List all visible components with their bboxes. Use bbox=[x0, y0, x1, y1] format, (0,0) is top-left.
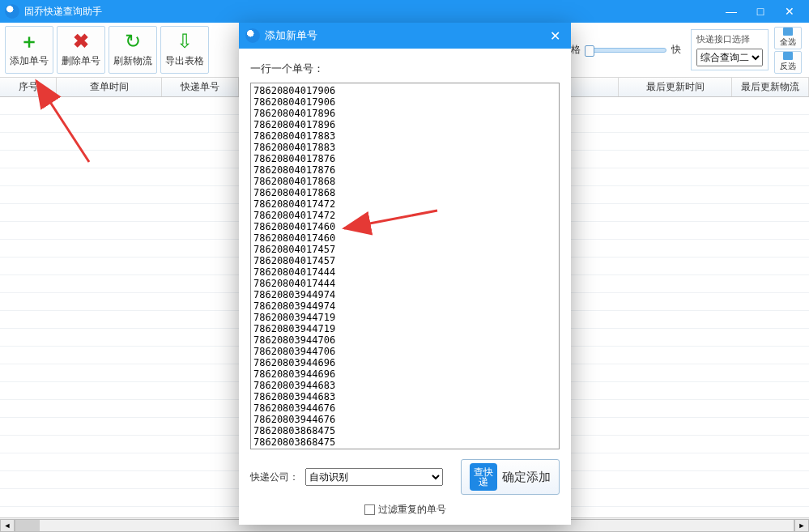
filter-dup-checkbox[interactable] bbox=[364, 504, 375, 515]
app-icon bbox=[5, 4, 19, 19]
dialog-icon bbox=[245, 28, 260, 43]
invert-selection-button[interactable]: 反选 bbox=[774, 51, 802, 74]
dialog-close-button[interactable]: ✕ bbox=[545, 26, 564, 45]
col-seq[interactable]: 序号 bbox=[0, 78, 57, 96]
add-number-dialog: 添加新单号 ✕ 一行一个单号： 快递公司： 自动识别 查快递 确定添加 过滤重复… bbox=[239, 23, 571, 525]
api-group-title: 快递接口选择 bbox=[696, 33, 763, 45]
export-icon: ⇩ bbox=[177, 32, 193, 51]
svg-rect-1 bbox=[783, 52, 793, 60]
invert-icon bbox=[783, 52, 793, 60]
x-icon: ✖ bbox=[73, 32, 89, 51]
col-time[interactable]: 查单时间 bbox=[57, 78, 162, 96]
api-select[interactable]: 综合查询二 bbox=[696, 49, 763, 66]
maximize-button[interactable]: □ bbox=[746, 0, 775, 23]
search-express-icon: 查快递 bbox=[470, 463, 497, 491]
plus-icon: ＋ bbox=[19, 32, 39, 51]
export-label: 导出表格 bbox=[165, 54, 204, 68]
col-tracking[interactable]: 快递单号 bbox=[162, 78, 239, 96]
col-lastmsg[interactable]: 最后更新物流 bbox=[732, 78, 809, 96]
close-button[interactable]: ✕ bbox=[775, 0, 804, 23]
export-button[interactable]: ⇩ 导出表格 bbox=[160, 26, 209, 74]
company-label: 快递公司： bbox=[250, 470, 299, 484]
delete-number-button[interactable]: ✖ 删除单号 bbox=[57, 26, 105, 74]
dialog-hint: 一行一个单号： bbox=[250, 62, 560, 76]
dialog-titlebar: 添加新单号 ✕ bbox=[239, 23, 571, 49]
col-updated[interactable]: 最后更新时间 bbox=[619, 78, 732, 96]
svg-rect-0 bbox=[783, 28, 793, 36]
filter-dup-label: 过滤重复的单号 bbox=[378, 503, 446, 517]
scroll-left-button[interactable]: ◄ bbox=[0, 519, 15, 532]
add-number-button[interactable]: ＋ 添加单号 bbox=[5, 26, 53, 74]
api-group: 快递接口选择 综合查询二 bbox=[691, 29, 769, 70]
scroll-right-button[interactable]: ► bbox=[794, 519, 809, 532]
dialog-title: 添加新单号 bbox=[265, 28, 317, 43]
confirm-add-button[interactable]: 查快递 确定添加 bbox=[461, 459, 560, 495]
select-all-icon bbox=[783, 28, 793, 36]
app-title: 固乔快递查询助手 bbox=[24, 5, 102, 19]
refresh-icon: ↻ bbox=[125, 32, 141, 51]
company-select[interactable]: 自动识别 bbox=[305, 468, 443, 486]
tracking-numbers-textarea[interactable] bbox=[250, 83, 560, 449]
main-titlebar: 固乔快递查询助手 — □ ✕ bbox=[0, 0, 809, 23]
minimize-button[interactable]: — bbox=[717, 0, 746, 23]
confirm-label: 确定添加 bbox=[502, 470, 551, 485]
select-all-button[interactable]: 全选 bbox=[774, 27, 802, 49]
delete-label: 删除单号 bbox=[62, 54, 100, 68]
refresh-button[interactable]: ↻ 刷新物流 bbox=[109, 26, 157, 74]
refresh-label: 刷新物流 bbox=[113, 54, 152, 68]
speed-slider[interactable] bbox=[585, 48, 666, 53]
speed-label: 快 bbox=[671, 43, 681, 57]
add-label: 添加单号 bbox=[10, 54, 49, 68]
